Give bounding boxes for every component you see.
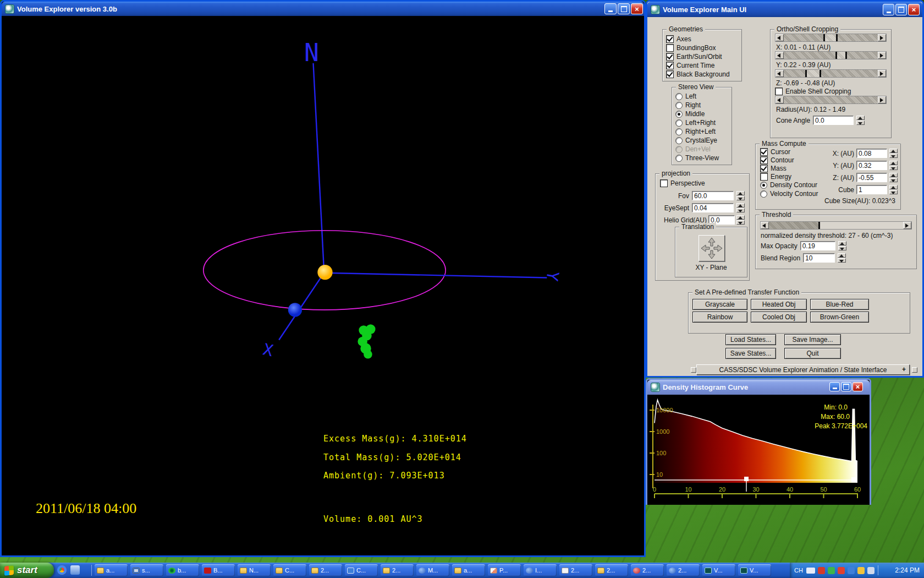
rainbow-button[interactable]: Rainbow [692,312,747,323]
browser-icon[interactable] [57,565,67,575]
mass-z-spinner[interactable] [889,173,898,182]
update-icon[interactable] [818,567,825,574]
eyesept-field[interactable]: 0.04 [692,203,734,212]
mail-icon[interactable] [70,565,80,575]
taskbar-button[interactable]: 2... [559,564,592,576]
close-button[interactable]: × [908,4,920,15]
translation-arrow-pad[interactable] [698,235,725,261]
radio-left-right[interactable] [675,119,683,127]
radio-right[interactable] [675,102,683,109]
crop-x-slider[interactable] [775,34,887,42]
taskbar-button[interactable]: V... [738,564,771,576]
taskbar-button[interactable]: 2... [667,564,700,576]
taskbar-button[interactable]: b... [166,564,199,576]
animation-state-interface-bar[interactable]: CASS/SDSC Volume Explorer Animation / St… [696,364,910,375]
mass-x-spinner[interactable] [889,149,898,158]
checkbox-contour[interactable] [760,156,768,164]
checkbox-earth-sun-orbit[interactable] [666,53,674,61]
radio-density-contour[interactable] [760,182,767,189]
minimize-button[interactable] [604,3,617,14]
taskbar-button[interactable]: M... [416,564,449,576]
save-image-button[interactable]: Save Image... [784,334,841,345]
blend-region-spinner[interactable] [838,253,846,263]
messenger-icon[interactable] [848,567,855,574]
taskbar-button[interactable]: B... [202,564,235,576]
slider-left-arrow[interactable] [776,52,784,59]
eyesept-spinner[interactable] [736,203,745,212]
mass-y-field[interactable]: 0.32 [856,161,887,170]
fov-field[interactable]: 60.0 [692,191,734,200]
network-icon[interactable] [828,567,835,574]
mass-x-field[interactable]: 0.08 [856,149,887,158]
crop-x-thumb[interactable] [823,34,838,41]
taskbar-button[interactable]: 2... [595,564,628,576]
brown-green-button[interactable]: Brown-Green [810,312,869,323]
shield-icon[interactable] [857,567,865,574]
taskbar-button[interactable]: a... [452,564,485,576]
radio-crystaleye[interactable] [675,137,683,144]
crop-z-slider[interactable] [775,69,887,78]
checkbox-black-background[interactable] [666,70,674,78]
maximize-button[interactable] [841,382,851,391]
cube-field[interactable]: 1 [856,185,887,194]
helio-grid-spinner[interactable] [736,215,745,225]
grayscale-button[interactable]: Grayscale [692,299,747,310]
cone-angle-field[interactable]: 0.0 [813,116,854,125]
radio-right-left[interactable] [675,128,683,135]
taskbar-button[interactable]: 2... [631,564,664,576]
max-opacity-spinner[interactable] [838,241,846,250]
clock[interactable]: 2:24 PM [895,566,920,574]
checkbox-mass[interactable] [760,165,768,172]
load-states-button[interactable]: Load States... [725,334,776,345]
panel-grip-right[interactable] [912,367,917,373]
checkbox-cursor[interactable] [760,148,768,156]
crop-y-slider[interactable] [775,51,887,59]
fov-spinner[interactable] [736,191,745,200]
radio-velocity-contour[interactable] [760,190,767,198]
checkbox-current-time[interactable] [666,62,674,69]
cone-angle-spinner[interactable] [856,116,865,125]
threshold-slider[interactable] [760,221,912,230]
taskbar-button[interactable]: a... [95,564,128,576]
threshold-thumb[interactable] [769,222,820,229]
language-indicator[interactable]: CH [794,567,803,574]
radio-three-view[interactable] [675,155,683,162]
slider-left-arrow[interactable] [776,34,784,41]
scene-3d[interactable]: N Y X [2,16,644,555]
slider-left-arrow[interactable] [776,96,784,103]
viz-viewport[interactable]: N Y X Excess Mass(g): 4.310E+014 Total M… [2,16,644,555]
viz-titlebar[interactable]: Volume Explorer version 3.0b [2,2,644,16]
close-button[interactable]: × [631,3,643,14]
taskbar-button[interactable]: 2... [381,564,414,576]
checkbox-boundingbox[interactable] [666,44,674,52]
maximize-button[interactable] [618,3,630,14]
crop-y-thumb[interactable] [835,52,847,59]
taskbar-button[interactable]: 2... [309,564,342,576]
minimize-button[interactable] [883,4,894,15]
crop-z-thumb[interactable] [805,70,821,77]
checkbox-axes[interactable] [666,35,674,43]
taskbar-button[interactable]: P... [488,564,521,576]
panel-grip-left[interactable] [691,367,696,373]
keyboard-icon[interactable] [806,568,815,574]
mass-z-field[interactable]: -0.55 [856,173,887,182]
taskbar-button[interactable]: V... [702,564,735,576]
maximize-button[interactable] [895,4,907,15]
slider-left-arrow[interactable] [776,70,784,77]
threshold-handle[interactable] [744,477,749,481]
slider-right-arrow[interactable] [903,222,911,229]
heated-obj-button[interactable]: Heated Obj [751,299,807,310]
close-button[interactable]: × [853,382,863,391]
volume-icon[interactable] [867,567,875,574]
quit-button[interactable]: Quit [784,348,841,359]
checkbox-energy[interactable] [760,173,768,181]
slider-right-arrow[interactable] [878,96,886,103]
opacity-handle[interactable] [851,477,856,482]
slider-left-arrow[interactable] [761,222,769,229]
save-states-button[interactable]: Save States... [725,348,776,359]
minimize-button[interactable] [829,382,840,391]
taskbar-button[interactable]: C... [273,564,306,576]
checkbox-shell-cropping[interactable] [775,88,783,95]
start-button[interactable]: start [0,563,54,578]
cube-spinner[interactable] [889,185,898,194]
